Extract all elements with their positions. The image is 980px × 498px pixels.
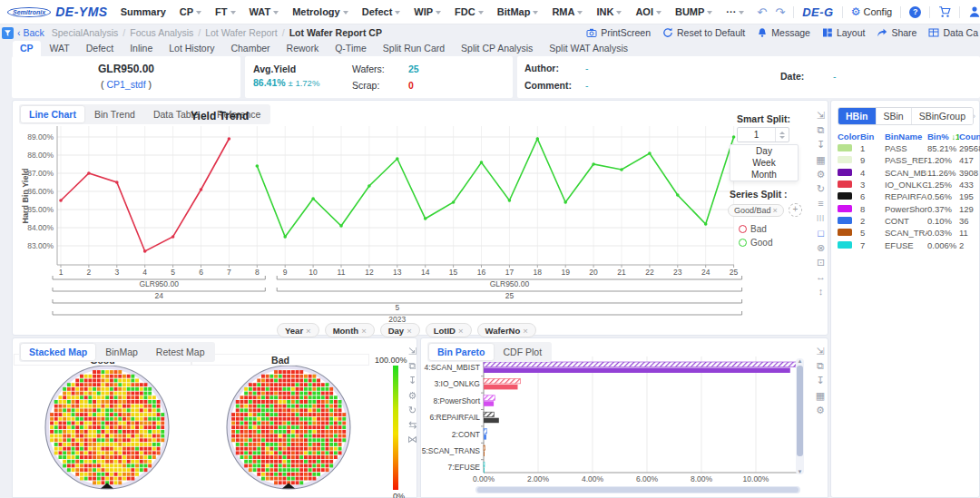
nav-item-aoi[interactable]: AOI [635,6,662,17]
column-header-count[interactable]: Count [959,132,980,142]
brand[interactable]: Semitronix DE-YMS [7,5,108,19]
refresh-icon[interactable]: ↻ [817,181,825,196]
spin-up-icon[interactable] [779,132,785,134]
clear-icon[interactable]: ⊗ [817,240,825,255]
expand-icon[interactable]: ⇲ [817,108,825,122]
message-button[interactable]: Message [757,27,810,38]
list-icon[interactable]: ≡ [818,196,823,210]
select-rect-icon[interactable]: □ [818,226,824,240]
settings-icon[interactable]: ⚙ [817,167,826,181]
scroll-thumb[interactable] [477,487,799,493]
nav-item-wip[interactable]: WIP [414,6,441,17]
column-header-bin[interactable]: Bin% ↓1 [927,132,959,142]
redo-icon[interactable]: ↷ [775,5,785,19]
flip-icon[interactable]: ⋈ [407,432,417,446]
remove-tag-icon[interactable]: × [523,326,528,336]
module-tab-chamber[interactable]: Chamber [223,41,277,56]
table-icon[interactable]: ▦ [816,152,825,167]
help-icon[interactable]: ? [909,6,921,18]
horizontal-scrollbar[interactable] [475,486,800,493]
layout-button[interactable]: Layout [822,27,866,38]
vertical-scrollbar[interactable]: ▲ ▼ [796,358,804,474]
scroll-up-icon[interactable]: ▲ [797,358,803,364]
settings-icon[interactable]: ⚙ [816,403,825,417]
nav-item-fdc[interactable]: FDC [455,6,484,17]
export-icon[interactable]: ⊡ [817,255,825,269]
filter-funnel-icon[interactable] [2,27,14,39]
column-header-binname[interactable]: BinName [885,132,927,142]
bars-icon[interactable]: ||| [817,210,825,225]
table-row[interactable]: 7EFUSE0.006%2 [831,239,980,250]
back-button[interactable]: ‹ Back [17,27,44,38]
breadcrumb-item[interactable]: Focus Analysis [130,27,193,38]
nav-item-ink[interactable]: INK [596,6,622,17]
settings-icon[interactable]: ⚙ [408,388,417,403]
reset-to-default-button[interactable]: Reset to Default [662,27,745,38]
module-tab-inline[interactable]: Inline [122,41,160,56]
smart-split-input[interactable]: 1 [737,127,789,142]
add-series-split-icon[interactable]: + [789,203,802,217]
scroll-thumb[interactable] [797,366,803,456]
tab-sbingroup[interactable]: SBinGroup [911,108,973,124]
nav-item-bitmap[interactable]: BitMap [497,6,539,17]
download-icon[interactable]: ↧ [816,373,824,387]
fit-height-icon[interactable]: ↕ [818,284,824,298]
copy-icon[interactable]: ⧉ [409,358,416,373]
remove-tag-icon[interactable]: × [458,326,464,336]
tab-linechart[interactable]: Line Chart [21,106,84,122]
deg-logo[interactable]: DE-G [802,5,834,19]
nav-item-cp[interactable]: CP [180,6,201,17]
table-row[interactable]: 8PowerShort0.37%129 [831,202,980,214]
breadcrumb-item[interactable]: Lot Wafer Report [205,27,278,38]
download-icon[interactable]: ↧ [817,137,825,151]
fit-width-icon[interactable]: ↔ [816,269,826,284]
breadcrumb-item[interactable]: SpecialAnalysis [52,27,119,38]
tab-sbin[interactable]: SBin [876,108,911,124]
filter-tag-year[interactable]: Year× [277,323,319,337]
nav-item-defect[interactable]: Defect [362,6,401,17]
refresh-icon[interactable]: ↻ [408,403,416,417]
table-row[interactable]: 6REPAIRFAIL0.56%195 [831,190,980,202]
remove-tag-icon[interactable]: × [773,206,778,215]
module-tab-rework[interactable]: Rework [279,41,327,56]
tab-stackedmap[interactable]: Stacked Map [21,344,95,360]
expand-icon[interactable]: ⇲ [816,344,824,358]
remove-tag-icon[interactable]: × [306,326,311,336]
column-header-bin[interactable]: Bin [860,132,885,142]
filter-tag-lotid[interactable]: LotID× [426,323,472,337]
smart-split-option-week[interactable]: Week [730,157,798,169]
module-tab-splitruncard[interactable]: Split Run Card [376,41,452,56]
nav-item-summary[interactable]: Summary [121,6,166,17]
module-tab-cp[interactable]: CP [13,41,41,56]
table-row[interactable]: 3IO_ONLKG1.25%433 [831,179,980,190]
remove-tag-icon[interactable]: × [407,326,412,336]
table-row[interactable]: 1PASS85.21%29568 [831,142,980,154]
module-tab-wat[interactable]: WAT [43,41,77,56]
nav-item-bump[interactable]: BUMP [675,6,712,17]
filter-tag-waferno[interactable]: WaferNo× [477,323,536,337]
user-icon[interactable] [968,5,980,18]
module-tab-lothistory[interactable]: Lot History [162,41,221,56]
table-row[interactable]: 4SCAN_MBIST11.26%3908 [831,167,980,179]
module-tab-splitwatanalysis[interactable]: Split WAT Analysis [542,41,635,56]
undo-icon[interactable]: ↶ [757,5,767,19]
legend-good[interactable]: Good [739,238,811,248]
tab-bintrend[interactable]: Bin Trend [86,106,143,122]
copy-icon[interactable]: ⧉ [817,358,824,373]
cart-icon[interactable] [938,5,951,18]
download-icon[interactable]: ↧ [408,373,416,387]
compare-icon[interactable]: ⇆ [408,417,416,432]
module-tab-splitcpanalysis[interactable]: Split CP Analysis [454,41,540,56]
nav-item-metrology[interactable]: Metrology [292,6,348,17]
config-button[interactable]: ⚙Config [851,5,893,18]
smart-split-option-day[interactable]: Day [730,145,798,157]
breadcrumb-item[interactable]: Lot Wafer Report CP [289,27,382,38]
tab-hbin[interactable]: HBin [838,108,876,124]
spin-down-icon[interactable] [779,136,785,139]
column-header-color[interactable]: Color [838,132,860,142]
tab-retestmap[interactable]: Retest Map [148,344,213,360]
tab-cdfplot[interactable]: CDF Plot [495,344,551,360]
tab-binmap[interactable]: BinMap [97,344,146,360]
printscreen-button[interactable]: PrintScreen [586,27,651,38]
expand-icon[interactable]: ⇲ [408,344,416,358]
